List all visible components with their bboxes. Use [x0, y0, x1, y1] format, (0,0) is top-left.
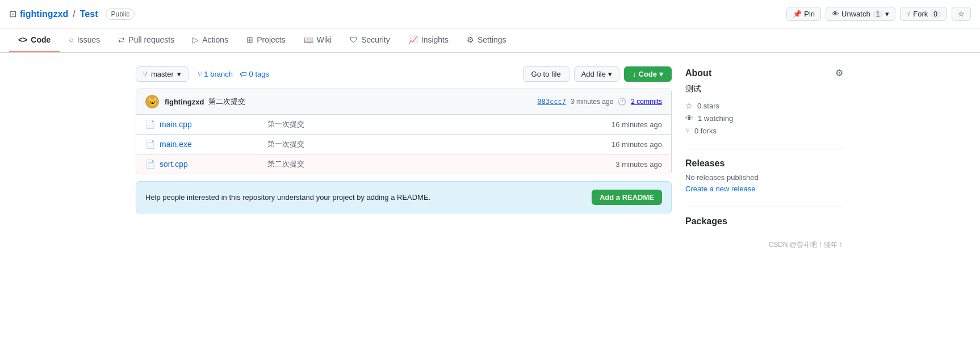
- stars-stat: ☆ 0 stars: [685, 101, 844, 110]
- goto-file-button[interactable]: Go to file: [523, 66, 569, 82]
- add-readme-button[interactable]: Add a README: [592, 190, 662, 205]
- file-commit-msg: 第二次提交: [245, 159, 615, 169]
- repo-icon: ⊡: [9, 9, 16, 19]
- tab-settings[interactable]: ⚙ Settings: [458, 28, 516, 52]
- unwatch-button[interactable]: 👁 Unwatch 1 ▾: [826, 7, 895, 21]
- code-button[interactable]: ↓ Code ▾: [624, 66, 672, 82]
- commit-message: 第二次提交: [208, 97, 245, 107]
- top-nav: ⊡ fightingzxd / Test Public 📌 Pin 👁 Unwa…: [0, 0, 980, 28]
- file-icon: 📄: [145, 160, 155, 169]
- releases-title: Releases: [685, 158, 844, 169]
- commit-sha[interactable]: 083ccc7: [537, 98, 566, 106]
- watching-count: 1 watching: [698, 114, 733, 123]
- code-chevron-icon: ▾: [659, 70, 663, 78]
- no-releases-text: No releases published: [685, 173, 844, 182]
- file-time: 16 minutes ago: [612, 140, 662, 149]
- visibility-badge: Public: [106, 9, 135, 20]
- tab-settings-label: Settings: [478, 35, 506, 44]
- file-commit-msg: 第一次提交: [245, 119, 612, 129]
- branch-left: ⑂ master ▾ ⑂ 1 branch 🏷 0 tags: [136, 66, 269, 82]
- tab-insights[interactable]: 📈 Insights: [399, 28, 458, 52]
- file-time: 16 minutes ago: [612, 120, 662, 129]
- forks-stat: ⑂ 0 forks: [685, 126, 844, 135]
- tab-security[interactable]: 🛡 Security: [341, 28, 399, 52]
- star-button[interactable]: ☆: [952, 7, 971, 21]
- branch-icon: ⑂: [143, 70, 148, 78]
- about-title: About ⚙: [685, 66, 844, 79]
- tag-icon: 🏷: [240, 70, 247, 78]
- unwatch-count: 1: [873, 10, 883, 18]
- main-content: ⑂ master ▾ ⑂ 1 branch 🏷 0 tags Go to f: [127, 53, 853, 250]
- pin-button[interactable]: 📌 Pin: [786, 7, 821, 21]
- file-name[interactable]: sort.cpp: [160, 160, 245, 169]
- tab-code-label: Code: [31, 35, 51, 44]
- commit-row: 🐱 fightingzxd 第二次提交 083ccc7 3 minutes ag…: [136, 89, 671, 115]
- tags-count: 0 tags: [249, 70, 269, 78]
- fork-icon: ⑂: [906, 10, 911, 18]
- wiki-icon: 📖: [304, 35, 313, 44]
- chevron-down-icon: ▾: [885, 10, 889, 18]
- insights-icon: 📈: [408, 35, 418, 44]
- tab-code[interactable]: <> Code: [9, 28, 60, 52]
- fork-count: 0: [930, 10, 941, 18]
- releases-section: Releases No releases published Create a …: [685, 158, 844, 193]
- repo-title: ⊡ fightingzxd / Test Public: [9, 9, 786, 20]
- top-actions: 📌 Pin 👁 Unwatch 1 ▾ ⑂ Fork 0 ☆: [786, 7, 971, 21]
- repo-name[interactable]: Test: [80, 9, 98, 19]
- tab-security-label: Security: [361, 35, 390, 44]
- fork-label: Fork: [913, 10, 928, 18]
- file-row: 📄 main.exe 第一次提交 16 minutes ago: [136, 135, 671, 154]
- tab-projects-label: Projects: [257, 35, 286, 44]
- repo-separator: /: [73, 9, 75, 19]
- add-file-button[interactable]: Add file ▾: [574, 66, 619, 82]
- code-button-icon: ↓: [633, 70, 636, 78]
- branch-fork-icon: ⑂: [198, 70, 202, 78]
- file-time: 3 minutes ago: [615, 160, 662, 169]
- sidebar: About ⚙ 测试 ☆ 0 stars 👁 1 watching ⑂ 0 fo…: [685, 66, 844, 250]
- commits-count: 2 commits: [631, 98, 662, 106]
- star-icon: ☆: [958, 10, 965, 18]
- file-icon: 📄: [145, 140, 155, 149]
- repo-content: ⑂ master ▾ ⑂ 1 branch 🏷 0 tags Go to f: [136, 66, 672, 250]
- pr-icon: ⇄: [118, 35, 125, 44]
- packages-title: Packages: [685, 216, 844, 227]
- avatar: 🐱: [145, 95, 159, 108]
- repo-owner[interactable]: fightingzxd: [20, 9, 68, 19]
- about-settings-button[interactable]: ⚙: [834, 66, 844, 79]
- tab-pull-requests[interactable]: ⇄ Pull requests: [109, 28, 183, 52]
- star-icon: ☆: [685, 101, 693, 110]
- tab-actions[interactable]: ▷ Actions: [183, 28, 237, 52]
- pin-label: Pin: [804, 10, 815, 18]
- readme-banner: Help people interested in this repositor…: [136, 181, 672, 213]
- tab-wiki[interactable]: 📖 Wiki: [295, 28, 341, 52]
- add-file-label: Add file: [581, 70, 606, 78]
- branch-selector[interactable]: ⑂ master ▾: [136, 66, 189, 82]
- branch-meta: ⑂ 1 branch 🏷 0 tags: [198, 70, 269, 78]
- tab-issues-label: Issues: [77, 35, 100, 44]
- watermark: CSDN @奋斗吧！骚年！: [685, 240, 844, 250]
- code-icon: <>: [18, 35, 27, 44]
- create-release-link[interactable]: Create a new release: [685, 185, 756, 193]
- commit-time: 3 minutes ago: [571, 98, 613, 106]
- fork-button[interactable]: ⑂ Fork 0: [900, 7, 947, 21]
- forks-count: 0 forks: [694, 127, 717, 135]
- tab-wiki-label: Wiki: [317, 35, 332, 44]
- releases-label: Releases: [685, 158, 724, 169]
- chevron-down-icon: ▾: [177, 70, 181, 78]
- file-table: 🐱 fightingzxd 第二次提交 083ccc7 3 minutes ag…: [136, 89, 672, 174]
- commits-link[interactable]: 2 commits: [631, 98, 662, 106]
- tab-projects[interactable]: ⊞ Projects: [237, 28, 295, 52]
- tab-bar: <> Code ○ Issues ⇄ Pull requests ▷ Actio…: [0, 28, 980, 53]
- tab-issues[interactable]: ○ Issues: [60, 28, 109, 52]
- sidebar-divider: [685, 149, 844, 149]
- projects-icon: ⊞: [246, 35, 253, 44]
- file-name[interactable]: main.exe: [160, 140, 245, 149]
- file-name[interactable]: main.cpp: [160, 120, 245, 129]
- stars-count: 0 stars: [697, 102, 719, 110]
- branch-right: Go to file Add file ▾ ↓ Code ▾: [523, 66, 672, 82]
- tags-link[interactable]: 🏷 0 tags: [240, 70, 269, 78]
- readme-text: Help people interested in this repositor…: [145, 193, 430, 202]
- clock-icon: 🕐: [618, 98, 626, 106]
- branches-link[interactable]: ⑂ 1 branch: [198, 70, 233, 78]
- fork-icon: ⑂: [685, 126, 690, 135]
